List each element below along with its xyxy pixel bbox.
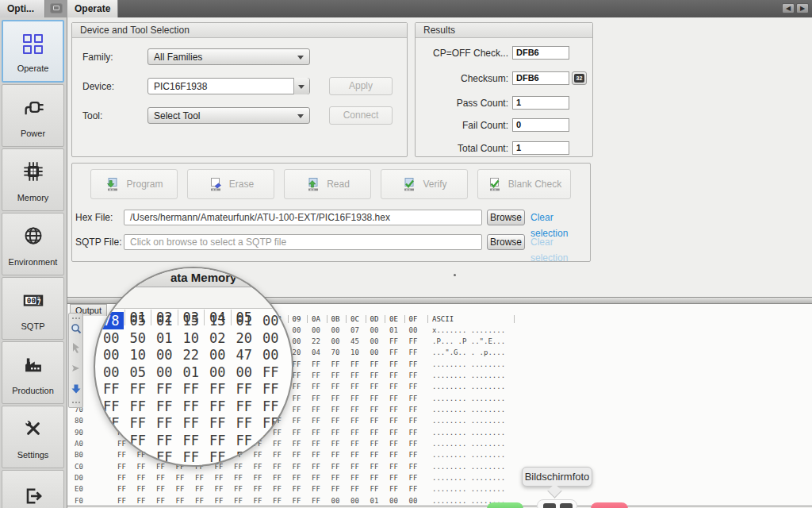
- hex-browse-button[interactable]: Browse: [487, 210, 525, 225]
- loupe-hex-byte: FF: [262, 381, 278, 397]
- family-dropdown[interactable]: All Families: [147, 48, 310, 65]
- hex-file-field[interactable]: /Users/hermann/Amateurfunk/ATU-100-EXT/P…: [124, 210, 482, 225]
- hex-byte: FF: [195, 473, 204, 483]
- sidebar-item-label: Environment: [2, 257, 63, 267]
- button-label: Read: [327, 179, 350, 190]
- hex-byte: FF: [409, 371, 418, 380]
- hex-byte: 00: [312, 325, 320, 335]
- device-dropdown[interactable]: PIC16F1938: [147, 78, 310, 94]
- sqtp-browse-button[interactable]: Browse: [487, 234, 525, 250]
- hex-byte: FF: [215, 473, 224, 483]
- loupe-hex-byte: 10: [183, 330, 199, 346]
- hex-byte: FF: [156, 484, 165, 494]
- hex-byte: 00: [409, 325, 418, 335]
- connect-button[interactable]: Connect: [329, 106, 393, 125]
- checksum-32bit-button[interactable]: 32: [572, 71, 587, 85]
- sidebar-item-settings[interactable]: Settings: [2, 406, 64, 468]
- sqtp-file-field[interactable]: Click on browse to select a SQTP file: [124, 234, 482, 250]
- sqtp-clear-selection-link[interactable]: Clear selection: [530, 234, 590, 266]
- hex-byte: FF: [350, 450, 359, 460]
- hex-byte: FF: [389, 405, 398, 414]
- loupe-hex-byte: FF: [209, 381, 225, 397]
- column-divider: [385, 315, 385, 323]
- hex-byte: FF: [293, 428, 301, 437]
- tab-scroll-left-button[interactable]: ◀: [782, 3, 795, 13]
- tab-operate[interactable]: Operate: [67, 0, 118, 17]
- hex-byte: FF: [234, 496, 243, 506]
- hex-ascii: ........ ........: [432, 473, 505, 483]
- gray-cursor-icon[interactable]: [71, 342, 82, 353]
- hex-byte: FF: [350, 416, 359, 425]
- tab-scroll-right-button[interactable]: ▶: [796, 3, 809, 13]
- hex-byte: FF: [156, 462, 165, 471]
- camera-button[interactable]: [537, 499, 577, 508]
- hex-byte: FF: [331, 439, 340, 448]
- hex-byte: FF: [293, 394, 301, 403]
- minimize-tab-button[interactable]: [50, 3, 63, 13]
- hex-byte: FF: [389, 360, 398, 369]
- chevron-down-icon: [297, 56, 304, 60]
- verify-icon: [401, 176, 417, 192]
- read-button[interactable]: Read: [284, 169, 371, 199]
- loupe-hex-byte: FF: [209, 415, 225, 431]
- sidebar-item-label: Operate: [3, 64, 63, 73]
- hex-byte: FF: [254, 484, 262, 494]
- hex-byte: FF: [312, 371, 320, 380]
- blue-down-arrow-icon[interactable]: [71, 383, 82, 394]
- sidebar-item-production[interactable]: Production: [2, 341, 64, 404]
- total-count-label: Total Count:: [423, 143, 508, 154]
- sidebar-item-environment[interactable]: Environment: [2, 213, 64, 275]
- sidebar-item-power[interactable]: Power: [2, 84, 64, 147]
- sidebar-item-exit[interactable]: [2, 470, 64, 508]
- tab-options[interactable]: Opti...: [0, 0, 45, 17]
- zoom-tool-icon[interactable]: [71, 323, 82, 334]
- gray-cursor2-icon[interactable]: [71, 363, 82, 374]
- loupe-hex-byte: FF: [236, 381, 252, 397]
- hex-byte: FF: [409, 382, 418, 391]
- hex-ascii: ........ ........: [432, 416, 505, 425]
- loupe-hex-byte: FF: [130, 433, 146, 448]
- hex-byte: FF: [293, 496, 301, 506]
- screen-magnifier-loupe: ata Memory 000102030405 7805011513010000…: [94, 267, 293, 467]
- checksum-label: Checksum:: [423, 73, 508, 84]
- loupe-hex-byte: FF: [262, 364, 278, 380]
- hex-byte: 00: [331, 337, 340, 346]
- hex-byte: FF: [195, 484, 204, 494]
- erase-button[interactable]: Erase: [187, 169, 274, 199]
- tool-value: Select Tool: [154, 110, 200, 121]
- program-button[interactable]: Program: [90, 169, 178, 199]
- red-pill-button[interactable]: [591, 502, 628, 508]
- blank-check-button[interactable]: Blank Check: [477, 169, 571, 199]
- hex-byte: FF: [350, 360, 359, 369]
- toolbar-grip: [71, 317, 81, 320]
- data-memory-title: ata Memory: [170, 271, 236, 284]
- column-divider: [404, 315, 405, 323]
- green-pill-button[interactable]: [487, 502, 523, 508]
- sidebar-item-sqtp[interactable]: 00 9 7 SQTP: [2, 277, 64, 340]
- hex-ascii: ........ ........: [432, 405, 505, 414]
- loupe-hex-byte: 10: [130, 347, 146, 363]
- hex-column-header: 09: [293, 314, 301, 324]
- loupe-hex-byte: 13: [209, 313, 225, 329]
- hex-byte: FF: [176, 473, 185, 483]
- hex-ascii: ........ ........: [432, 360, 505, 369]
- hex-byte: 00: [293, 325, 301, 335]
- loupe-column-headers: 000102030405: [95, 287, 292, 309]
- verify-button[interactable]: Verify: [381, 169, 468, 199]
- hex-byte: FF: [409, 450, 418, 460]
- sidebar-item-memory[interactable]: Memory: [2, 148, 64, 211]
- hex-byte: FF: [117, 484, 126, 494]
- loupe-hex-byte: FF: [156, 398, 172, 414]
- loupe-hex-byte: FF: [183, 449, 199, 465]
- sidebar-item-operate[interactable]: Operate: [2, 20, 64, 83]
- apply-button[interactable]: Apply: [329, 77, 393, 95]
- hex-byte: FF: [312, 360, 320, 369]
- column-divider: [346, 315, 347, 323]
- hex-byte: FF: [176, 484, 185, 494]
- cp-off-check-label: CP=OFF Check...: [423, 48, 508, 59]
- loupe-hex-byte: 22: [183, 347, 199, 363]
- hex-byte: FF: [389, 462, 398, 471]
- tool-dropdown[interactable]: Select Tool: [147, 107, 310, 124]
- loupe-hex-byte: FF: [130, 398, 146, 414]
- family-label: Family:: [82, 52, 113, 63]
